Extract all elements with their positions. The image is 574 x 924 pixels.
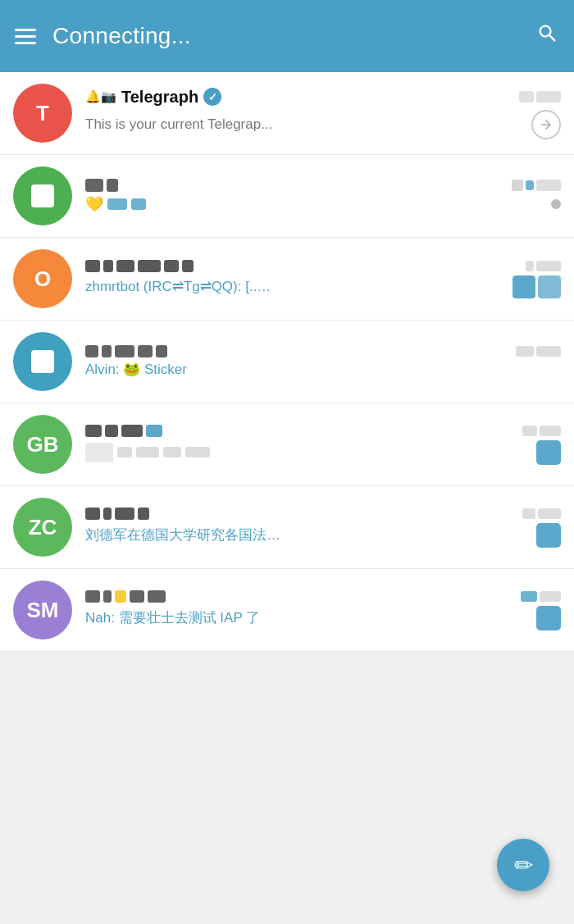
chat-content-6: 刘德军在德国大学研究各国法… xyxy=(85,508,561,548)
chat-content-3: zhmrtbot (IRC⇌Tg⇌QQ): [..… xyxy=(85,260,561,298)
unread-badge-2 xyxy=(551,199,561,209)
avatar-icon-4 xyxy=(31,350,54,373)
hamburger-menu-button[interactable] xyxy=(15,29,36,44)
chat-name-telegraph: Telegraph xyxy=(121,88,198,107)
search-button[interactable] xyxy=(536,22,559,51)
chat-content-telegraph: 🔔📷 Telegraph This is your current Telegr… xyxy=(85,88,561,139)
chat-item-7[interactable]: SM xyxy=(0,569,574,652)
compose-fab[interactable]: ✏ xyxy=(497,839,549,891)
chat-preview-4: Alvin: 🐸 Sticker xyxy=(85,361,561,378)
avatar-6: ZC xyxy=(13,498,72,557)
blurred-time-6 xyxy=(522,508,561,519)
header-left: Connecting... xyxy=(15,23,191,49)
compose-icon: ✏ xyxy=(514,852,533,879)
badge-icon-3b xyxy=(538,275,561,298)
redirect-icon-telegraph[interactable] xyxy=(531,110,561,139)
chat-meta-6 xyxy=(536,523,561,548)
app-header: Connecting... xyxy=(0,0,574,72)
avatar-7: SM xyxy=(13,580,72,640)
chat-preview-6: 刘德军在德国大学研究各国法… xyxy=(85,526,530,544)
blurred-name-5 xyxy=(85,425,162,437)
chat-meta-5 xyxy=(536,440,561,465)
chat-time-4 xyxy=(516,346,561,357)
chat-meta-3 xyxy=(512,275,561,298)
chat-time-3 xyxy=(526,261,561,271)
chat-preview-7: Nah: 需要壮士去测试 IAP 了 xyxy=(85,608,530,627)
avatar-5: GB xyxy=(13,415,72,474)
chat-time-6 xyxy=(522,508,561,519)
chat-preview-5-row xyxy=(85,443,530,462)
chat-list: T 🔔📷 Telegraph This is your current Te xyxy=(0,72,574,652)
blurred-name-4 xyxy=(85,345,167,357)
badge-icon-3a xyxy=(512,275,535,298)
avatar-telegraph: T xyxy=(13,84,72,143)
verified-badge-telegraph xyxy=(203,88,221,106)
header-title: Connecting... xyxy=(52,23,191,49)
chat-time-telegraph xyxy=(519,91,561,102)
mute-camera-icon: 🔔📷 xyxy=(85,89,116,104)
chat-time-7 xyxy=(521,591,561,602)
chat-item-6[interactable]: ZC 刘德军在德 xyxy=(0,486,574,569)
chat-item-5[interactable]: GB xyxy=(0,403,574,486)
blurred-time-2 xyxy=(512,180,561,191)
chat-content-7: Nah: 需要壮士去测试 IAP 了 xyxy=(85,590,561,630)
blurred-time-4 xyxy=(516,346,561,357)
avatar-3: O xyxy=(13,249,72,308)
badge-icon-6 xyxy=(536,523,561,548)
chat-item-2[interactable]: 💛 xyxy=(0,155,574,238)
blurred-time-5 xyxy=(522,426,561,436)
preview-img-5 xyxy=(85,443,113,462)
avatar-2 xyxy=(13,166,72,225)
chat-content-4: Alvin: 🐸 Sticker xyxy=(85,345,561,378)
blurred-name-6 xyxy=(85,508,149,520)
blurred-time-3 xyxy=(526,261,561,271)
chat-item-4[interactable]: Alvin: 🐸 Sticker xyxy=(0,321,574,403)
unread-icons-3 xyxy=(512,275,561,298)
blurred-time-7 xyxy=(521,591,561,602)
chat-content-5 xyxy=(85,425,561,465)
chat-preview-3: zhmrtbot (IRC⇌Tg⇌QQ): [..… xyxy=(85,278,506,295)
chat-preview-2-row: 💛 xyxy=(85,195,146,213)
chat-time-5 xyxy=(522,426,561,436)
chat-preview-telegraph: This is your current Telegrap... xyxy=(85,116,531,133)
avatar-4 xyxy=(13,332,72,391)
badge-icon-5 xyxy=(536,440,561,465)
chat-meta-7 xyxy=(536,606,561,630)
badge-icon-7 xyxy=(536,606,561,630)
chat-content-2: 💛 xyxy=(85,179,561,213)
avatar-icon-2 xyxy=(31,184,54,207)
chat-item-telegraph[interactable]: T 🔔📷 Telegraph This is your current Te xyxy=(0,72,574,155)
chat-meta-2 xyxy=(551,199,561,209)
blurred-name-7 xyxy=(85,590,166,603)
blurred-name-2 xyxy=(85,179,118,192)
blurred-name-3 xyxy=(85,260,194,272)
chat-time-2 xyxy=(512,180,561,191)
blurred-time xyxy=(519,91,561,102)
chat-item-3[interactable]: O xyxy=(0,238,574,321)
